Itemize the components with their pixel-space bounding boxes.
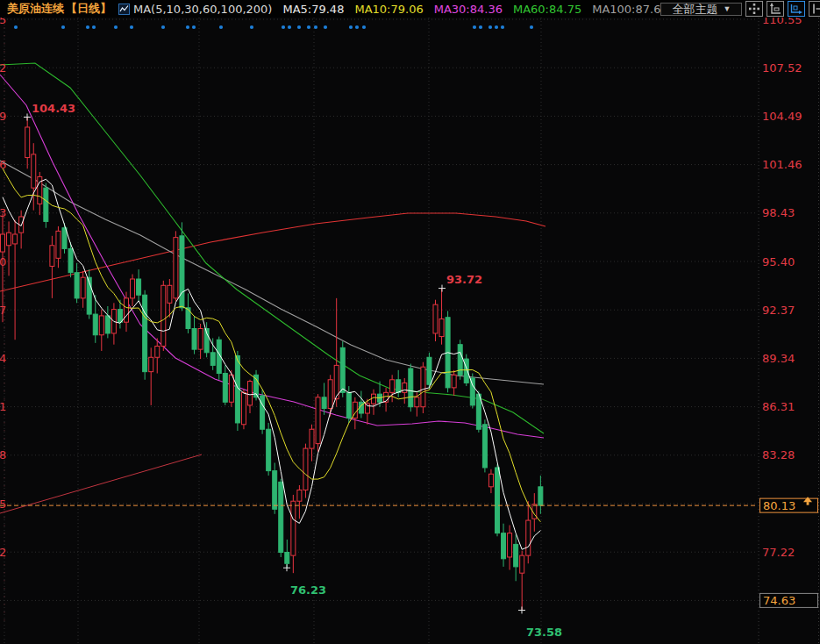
- price-marker-label: 76.23: [290, 583, 326, 597]
- price-marker-label: 93.72: [446, 273, 482, 286]
- axis-left-clipped-digit: 6: [0, 158, 6, 171]
- svg-text:74.63: 74.63: [763, 594, 795, 607]
- axis-price-label: 95.40: [762, 255, 795, 268]
- kline-chart-area[interactable]: 104.4393.7276.2373.58110.555107.522104.4…: [0, 18, 820, 644]
- ma100-value: MA100:87.6: [592, 3, 660, 16]
- axis-price-label: 89.34: [762, 352, 795, 365]
- ma60-value: MA60:84.75: [513, 3, 581, 16]
- candlestick-canvas[interactable]: 104.4393.7276.2373.58110.555107.522104.4…: [0, 18, 820, 644]
- ma5-value: MA5:79.48: [282, 3, 344, 16]
- price-marker-cross: [518, 606, 525, 613]
- axis-price-label: 98.43: [762, 206, 795, 219]
- ma-formula: MA(5,10,30,60,100,200): [133, 3, 272, 16]
- axis-left-clipped-digit: 5: [0, 497, 6, 511]
- ma10-value: MA10:79.06: [354, 3, 423, 16]
- axis-price-label: 101.46: [762, 158, 802, 171]
- axis-left-clipped-digit: 3: [0, 206, 6, 219]
- axis-price-label: 83.28: [762, 448, 795, 462]
- price-marker-cross: [24, 113, 31, 120]
- chevron-down-icon: ▼: [723, 3, 731, 16]
- pane-shift-icon[interactable]: [809, 1, 820, 17]
- svg-text:80.13: 80.13: [763, 499, 795, 512]
- axis-price-label: 92.37: [762, 304, 795, 317]
- price-marker-label: 73.58: [526, 626, 562, 639]
- axis-price-label: 104.49: [762, 110, 802, 123]
- scale-axis-right-icon[interactable]: [788, 1, 805, 17]
- scale-axis-up-icon[interactable]: [767, 1, 784, 17]
- price-marker-cross: [439, 285, 446, 292]
- chart-toolbar: 美原油连续 【日线】 MA(5,10,30,60,100,200) MA5:79…: [0, 0, 820, 18]
- themes-dropdown[interactable]: 全部主题 ▼: [660, 3, 742, 16]
- price-marker-cross: [283, 564, 290, 571]
- axis-price-label: 107.52: [762, 61, 802, 75]
- axis-left-clipped-digit: 8: [0, 448, 6, 462]
- axis-left-clipped-digit: 5: [0, 18, 6, 26]
- ma30-value: MA30:84.36: [434, 3, 503, 16]
- move-icon[interactable]: [745, 1, 763, 17]
- period-label: 【日线】: [66, 1, 111, 17]
- axis-left-clipped-digit: 2: [0, 546, 6, 559]
- axis-left-clipped-digit: 1: [0, 400, 6, 413]
- axis-price-label: 86.31: [762, 400, 795, 413]
- axis-left-clipped-digit: 7: [0, 304, 6, 317]
- axis-left-clipped-digit: 9: [0, 110, 6, 123]
- ma30-line: [0, 75, 544, 438]
- axis-left-clipped-digit: 2: [0, 61, 6, 75]
- axis-left-clipped-digit: 0: [0, 255, 6, 268]
- kline-mini-icon: [118, 4, 130, 15]
- axis-price-label: 77.22: [762, 546, 795, 559]
- themes-dropdown-label: 全部主题: [672, 3, 717, 16]
- axis-price-label: 110.55: [762, 18, 802, 26]
- price-marker-label: 104.43: [32, 102, 75, 115]
- instrument-title: 美原油连续: [7, 1, 64, 17]
- axis-left-clipped-digit: 4: [0, 352, 6, 365]
- ma60-line: [0, 63, 544, 433]
